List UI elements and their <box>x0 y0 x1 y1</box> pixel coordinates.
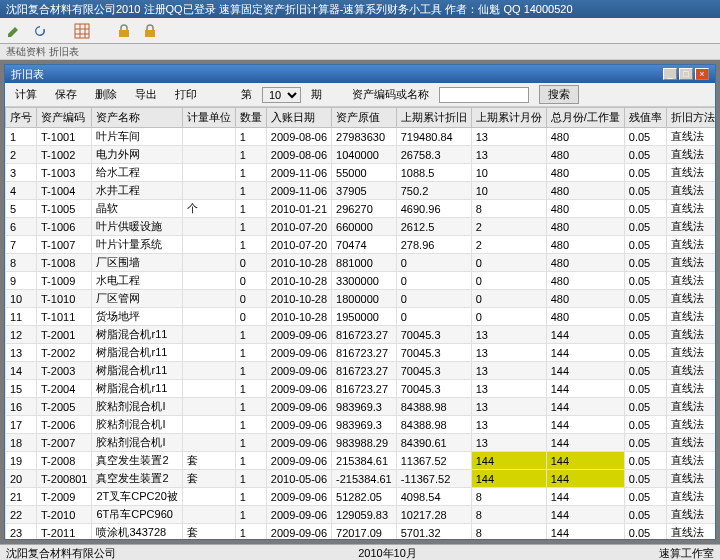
cell[interactable]: 21 <box>6 488 37 506</box>
cell[interactable]: 13 <box>471 146 546 164</box>
cell[interactable]: 84388.98 <box>396 416 471 434</box>
cell[interactable]: T-1003 <box>37 164 92 182</box>
cell[interactable] <box>182 290 235 308</box>
table-row[interactable]: 23T-2011喷涂机343728套12009-09-0672017.09570… <box>6 524 716 540</box>
cell[interactable]: 直线法 <box>666 488 715 506</box>
cell[interactable]: 1 <box>235 164 266 182</box>
cell[interactable]: 8 <box>6 254 37 272</box>
col-header[interactable]: 上期累计折旧 <box>396 108 471 128</box>
table-row[interactable]: 22T-20106T吊车CPC96012009-09-06129059.8310… <box>6 506 716 524</box>
cell[interactable]: 直线法 <box>666 380 715 398</box>
cell[interactable]: 11367.52 <box>396 452 471 470</box>
cell[interactable]: 1 <box>235 398 266 416</box>
cell[interactable]: 0 <box>235 290 266 308</box>
cell[interactable]: 1950000 <box>332 308 397 326</box>
cell[interactable]: 70045.3 <box>396 326 471 344</box>
cell[interactable]: 0.05 <box>624 362 666 380</box>
table-row[interactable]: 5T-1005晶软个12010-01-212962704690.9684800.… <box>6 200 716 218</box>
cell[interactable]: 13 <box>471 434 546 452</box>
cell[interactable]: 0.05 <box>624 236 666 254</box>
cell[interactable]: 0.05 <box>624 416 666 434</box>
cell[interactable]: 144 <box>471 452 546 470</box>
cell[interactable]: 直线法 <box>666 452 715 470</box>
table-row[interactable]: 3T-1003给水工程12009-11-06550001088.5104800.… <box>6 164 716 182</box>
cell[interactable]: 电力外网 <box>92 146 182 164</box>
cell[interactable]: 1 <box>235 416 266 434</box>
cell[interactable]: 2010-10-28 <box>266 272 331 290</box>
cell[interactable]: 直线法 <box>666 506 715 524</box>
cell[interactable]: 70045.3 <box>396 380 471 398</box>
cell[interactable]: T-1005 <box>37 200 92 218</box>
cell[interactable] <box>182 506 235 524</box>
table-row[interactable]: 11T-1011货场地坪02010-10-281950000004800.05直… <box>6 308 716 326</box>
cell[interactable]: 19 <box>6 452 37 470</box>
cell[interactable]: 51282.05 <box>332 488 397 506</box>
cell[interactable]: 直线法 <box>666 398 715 416</box>
cell[interactable]: 0.05 <box>624 470 666 488</box>
cell[interactable]: T-1010 <box>37 290 92 308</box>
col-header[interactable]: 折旧方法 <box>666 108 715 128</box>
cell[interactable]: 13 <box>471 344 546 362</box>
cell[interactable]: 0 <box>235 308 266 326</box>
cell[interactable]: 13 <box>6 344 37 362</box>
table-row[interactable]: 20T-200801真空发生装置2套12010-05-06-215384.61-… <box>6 470 716 488</box>
cell[interactable]: 喷涂机343728 <box>92 524 182 540</box>
cell[interactable]: 2 <box>471 236 546 254</box>
col-header[interactable]: 序号 <box>6 108 37 128</box>
cell[interactable]: 1 <box>235 200 266 218</box>
cell[interactable]: 2010-10-28 <box>266 290 331 308</box>
cell[interactable]: 816723.27 <box>332 362 397 380</box>
cell[interactable]: 2010-05-06 <box>266 470 331 488</box>
cell[interactable]: T-2007 <box>37 434 92 452</box>
cell[interactable]: T-200801 <box>37 470 92 488</box>
cell[interactable]: 0 <box>235 272 266 290</box>
cell[interactable]: 直线法 <box>666 326 715 344</box>
cell[interactable]: 0.05 <box>624 290 666 308</box>
cell[interactable]: 0.05 <box>624 380 666 398</box>
cell[interactable]: T-2011 <box>37 524 92 540</box>
cell[interactable]: 480 <box>546 290 624 308</box>
cell[interactable]: 1 <box>235 506 266 524</box>
cell[interactable]: T-2010 <box>37 506 92 524</box>
cell[interactable]: 真空发生装置2 <box>92 452 182 470</box>
cell[interactable]: 816723.27 <box>332 326 397 344</box>
cell[interactable]: T-1007 <box>37 236 92 254</box>
cell[interactable]: 0.05 <box>624 398 666 416</box>
cell[interactable]: 1800000 <box>332 290 397 308</box>
col-header[interactable]: 资产编码 <box>37 108 92 128</box>
cell[interactable]: 13 <box>471 398 546 416</box>
cell[interactable]: 2612.5 <box>396 218 471 236</box>
cell[interactable]: 直线法 <box>666 254 715 272</box>
cell[interactable]: 144 <box>546 452 624 470</box>
cell[interactable]: 真空发生装置2 <box>92 470 182 488</box>
cell[interactable]: 直线法 <box>666 308 715 326</box>
cell[interactable]: 27983630 <box>332 128 397 146</box>
cell[interactable]: 0.05 <box>624 182 666 200</box>
cell[interactable] <box>182 488 235 506</box>
cell[interactable]: 296270 <box>332 200 397 218</box>
cell[interactable]: 5701.32 <box>396 524 471 540</box>
cell[interactable]: 2 <box>6 146 37 164</box>
cell[interactable]: 144 <box>471 470 546 488</box>
cell[interactable]: 0.05 <box>624 200 666 218</box>
cell[interactable]: 0.05 <box>624 344 666 362</box>
cell[interactable]: 2010-10-28 <box>266 308 331 326</box>
cell[interactable]: 3 <box>6 164 37 182</box>
cell[interactable]: 26758.3 <box>396 146 471 164</box>
edit-icon[interactable] <box>4 21 24 41</box>
cell[interactable]: 8 <box>471 506 546 524</box>
cell[interactable]: 1 <box>235 470 266 488</box>
col-header[interactable]: 上期累计月份 <box>471 108 546 128</box>
cell[interactable]: 直线法 <box>666 128 715 146</box>
cell[interactable]: 直线法 <box>666 344 715 362</box>
cell[interactable]: T-1002 <box>37 146 92 164</box>
col-header[interactable]: 总月份/工作量 <box>546 108 624 128</box>
lock-icon[interactable] <box>114 21 134 41</box>
cell[interactable]: T-1008 <box>37 254 92 272</box>
cell[interactable]: 1 <box>235 344 266 362</box>
cell[interactable]: 晶软 <box>92 200 182 218</box>
cell[interactable]: 660000 <box>332 218 397 236</box>
cell[interactable]: 0.05 <box>624 434 666 452</box>
cell[interactable]: 480 <box>546 146 624 164</box>
cell[interactable]: 直线法 <box>666 470 715 488</box>
